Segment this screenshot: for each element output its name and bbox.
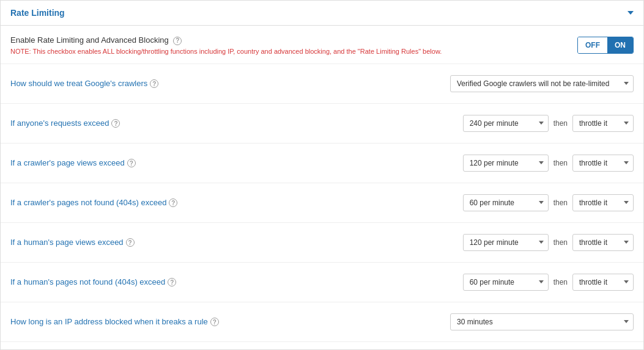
rule-controls-google-crawlers: Verified Google crawlers will not be rat…: [450, 75, 634, 92]
enable-note: NOTE: This checkbox enables ALL blocking…: [10, 48, 442, 55]
rule-controls-human-page-views: 120 per minute240 per minute60 per minut…: [463, 234, 634, 251]
rate-select-wrapper-human-404: 60 per minute120 per minute240 per minut…: [463, 274, 549, 291]
rule-controls-crawler-404: 60 per minute120 per minute240 per minut…: [463, 194, 634, 211]
action-select-crawler-page-views[interactable]: throttle itblock itCAPTCHA: [572, 155, 634, 172]
rate-select-wrapper-human-page-views: 120 per minute240 per minute60 per minut…: [463, 234, 549, 251]
action-select-wrapper-human-page-views: throttle itblock itCAPTCHA: [572, 234, 634, 251]
enable-row: Enable Rate Limiting and Advanced Blocki…: [10, 35, 634, 55]
help-icon-anyone-requests[interactable]: ?: [111, 119, 120, 128]
rule-controls-human-404: 60 per minute120 per minute240 per minut…: [463, 274, 634, 291]
rate-select-crawler-page-views[interactable]: 120 per minute240 per minute60 per minut…: [463, 155, 549, 172]
rule-label-human-404: If a human's pages not found (404s) exce…: [10, 277, 463, 287]
rate-limiting-panel: Rate Limiting Enable Rate Limiting and A…: [0, 0, 644, 350]
toggle-group: OFF ON: [577, 37, 634, 54]
action-select-wrapper-crawler-404: throttle itblock itCAPTCHA: [572, 194, 634, 211]
rule-row-anyone-requests: If anyone's requests exceed?240 per minu…: [1, 104, 643, 144]
then-label-crawler-404: then: [553, 199, 568, 207]
rule-label-crawler-404: If a crawler's pages not found (404s) ex…: [10, 198, 463, 208]
toggle-off-button[interactable]: OFF: [578, 37, 607, 53]
panel-header: Rate Limiting: [1, 1, 643, 26]
rate-select-human-page-views[interactable]: 120 per minute240 per minute60 per minut…: [463, 234, 549, 251]
rule-label-crawler-page-views: If a crawler's page views exceed?: [10, 158, 463, 168]
rule-label-human-page-views: If a human's page views exceed?: [10, 238, 463, 247]
enable-label: Enable Rate Limiting and Advanced Blocki…: [10, 35, 169, 45]
rules-container: How should we treat Google's crawlers?Ve…: [1, 64, 643, 342]
rate-select-google-crawlers[interactable]: Verified Google crawlers will not be rat…: [450, 75, 634, 92]
action-select-human-page-views[interactable]: throttle itblock itCAPTCHA: [572, 234, 634, 251]
action-select-wrapper-anyone-requests: throttle itblock itCAPTCHA: [572, 115, 634, 132]
rate-select-ip-block-duration[interactable]: 30 minutes15 minutes1 hour24 hours: [450, 313, 634, 330]
rate-select-wrapper-crawler-404: 60 per minute120 per minute240 per minut…: [463, 194, 549, 211]
rate-select-crawler-404[interactable]: 60 per minute120 per minute240 per minut…: [463, 194, 549, 211]
rate-select-wrapper-google-crawlers: Verified Google crawlers will not be rat…: [450, 75, 634, 92]
then-label-crawler-page-views: then: [553, 159, 568, 167]
toggle-on-button[interactable]: ON: [607, 37, 633, 53]
help-icon-crawler-404[interactable]: ?: [169, 199, 177, 207]
rule-controls-crawler-page-views: 120 per minute240 per minute60 per minut…: [463, 155, 634, 172]
help-icon-ip-block-duration[interactable]: ?: [210, 318, 219, 326]
help-icon-human-404[interactable]: ?: [168, 278, 176, 286]
rule-row-crawler-404: If a crawler's pages not found (404s) ex…: [1, 183, 643, 223]
rate-select-wrapper-anyone-requests: 240 per minute120 per minute60 per minut…: [463, 115, 549, 132]
help-icon-google-crawlers[interactable]: ?: [150, 79, 158, 88]
action-select-anyone-requests[interactable]: throttle itblock itCAPTCHA: [572, 115, 634, 132]
enable-help-icon[interactable]: ?: [173, 37, 182, 45]
action-select-wrapper-crawler-page-views: throttle itblock itCAPTCHA: [572, 155, 634, 172]
then-label-anyone-requests: then: [553, 119, 568, 128]
action-select-human-404[interactable]: throttle itblock itCAPTCHA: [572, 274, 634, 291]
help-icon-crawler-page-views[interactable]: ?: [127, 159, 136, 167]
rule-row-google-crawlers: How should we treat Google's crawlers?Ve…: [1, 64, 643, 104]
rule-row-crawler-page-views: If a crawler's page views exceed?120 per…: [1, 144, 643, 183]
rule-label-anyone-requests: If anyone's requests exceed?: [10, 118, 463, 128]
rate-select-human-404[interactable]: 60 per minute120 per minute240 per minut…: [463, 274, 549, 291]
rule-row-human-404: If a human's pages not found (404s) exce…: [1, 263, 643, 302]
action-select-crawler-404[interactable]: throttle itblock itCAPTCHA: [572, 194, 634, 211]
rate-select-wrapper-ip-block-duration: 30 minutes15 minutes1 hour24 hours: [450, 313, 634, 330]
rule-label-google-crawlers: How should we treat Google's crawlers?: [10, 79, 450, 89]
enable-section: Enable Rate Limiting and Advanced Blocki…: [1, 26, 643, 64]
rule-label-ip-block-duration: How long is an IP address blocked when i…: [10, 317, 450, 327]
help-icon-human-page-views[interactable]: ?: [126, 238, 135, 247]
rule-row-human-page-views: If a human's page views exceed?120 per m…: [1, 223, 643, 263]
enable-label-group: Enable Rate Limiting and Advanced Blocki…: [10, 35, 442, 55]
action-select-wrapper-human-404: throttle itblock itCAPTCHA: [572, 274, 634, 291]
rule-row-ip-block-duration: How long is an IP address blocked when i…: [1, 302, 643, 342]
rule-controls-ip-block-duration: 30 minutes15 minutes1 hour24 hours: [450, 313, 634, 330]
chevron-down-icon[interactable]: [627, 11, 634, 15]
then-label-human-page-views: then: [553, 238, 568, 247]
then-label-human-404: then: [553, 278, 568, 286]
rate-select-anyone-requests[interactable]: 240 per minute120 per minute60 per minut…: [463, 115, 549, 132]
rate-select-wrapper-crawler-page-views: 120 per minute240 per minute60 per minut…: [463, 155, 549, 172]
panel-title: Rate Limiting: [10, 8, 65, 18]
rule-controls-anyone-requests: 240 per minute120 per minute60 per minut…: [463, 115, 634, 132]
